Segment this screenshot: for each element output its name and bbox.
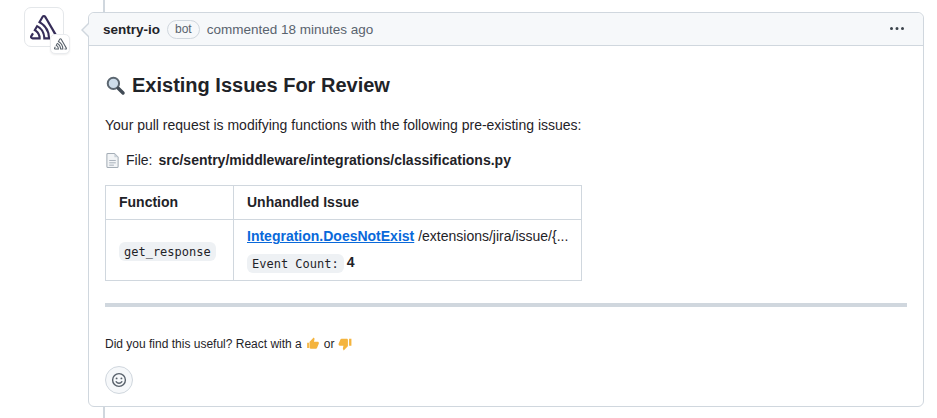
thumbs-down-icon [338, 337, 352, 351]
issues-table: Function Unhandled Issue get_response In… [105, 185, 582, 281]
magnifying-glass-icon [105, 75, 126, 96]
issue-cell: Integration.DoesNotExist /extensions/jir… [234, 220, 582, 281]
sentry-logo-small-icon [54, 38, 67, 50]
col-header-issue: Unhandled Issue [234, 186, 582, 220]
author-link[interactable]: sentry-io [103, 22, 160, 37]
comment-body: Existing Issues For Review Your pull req… [89, 46, 923, 410]
table-header-row: Function Unhandled Issue [106, 186, 582, 220]
timestamp-link[interactable]: commented 18 minutes ago [207, 22, 374, 37]
event-count-label: Event Count: [247, 254, 344, 273]
function-name-code: get_response [119, 242, 216, 261]
comment-card: sentry-io bot commented 18 minutes ago E… [88, 12, 924, 407]
feedback-prompt: Did you find this useful? React with a o… [105, 337, 907, 351]
event-count-value: 4 [347, 254, 355, 270]
function-cell: get_response [106, 220, 234, 281]
add-reaction-button[interactable] [105, 366, 133, 394]
comment-options-button[interactable] [885, 19, 909, 39]
avatar-app-badge [50, 34, 70, 54]
file-label: File: [126, 152, 152, 168]
table-row: get_response Integration.DoesNotExist /e… [106, 220, 582, 281]
file-path: src/sentry/middleware/integrations/class… [158, 152, 510, 168]
issue-link[interactable]: Integration.DoesNotExist [247, 228, 414, 244]
page: sentry-io bot commented 18 minutes ago E… [0, 0, 937, 418]
commented-label: commented [207, 22, 278, 37]
avatar[interactable] [24, 7, 64, 47]
divider [105, 303, 907, 307]
timestamp: 18 minutes ago [281, 22, 373, 37]
issue-context: /extensions/jira/issue/{... [418, 228, 568, 244]
smiley-icon [111, 372, 127, 388]
intro-text: Your pull request is modifying functions… [105, 115, 907, 135]
page-icon [105, 152, 120, 168]
file-line: File: src/sentry/middleware/integrations… [105, 152, 907, 168]
section-title-text: Existing Issues For Review [132, 74, 390, 97]
comment-header: sentry-io bot commented 18 minutes ago [89, 13, 923, 46]
col-header-function: Function [106, 186, 234, 220]
bot-badge: bot [167, 20, 200, 39]
section-title: Existing Issues For Review [105, 74, 907, 97]
kebab-horizontal-icon [889, 21, 905, 37]
feedback-separator: or [324, 337, 335, 351]
thumbs-up-icon [306, 337, 320, 351]
feedback-text: Did you find this useful? React with a [105, 337, 302, 351]
